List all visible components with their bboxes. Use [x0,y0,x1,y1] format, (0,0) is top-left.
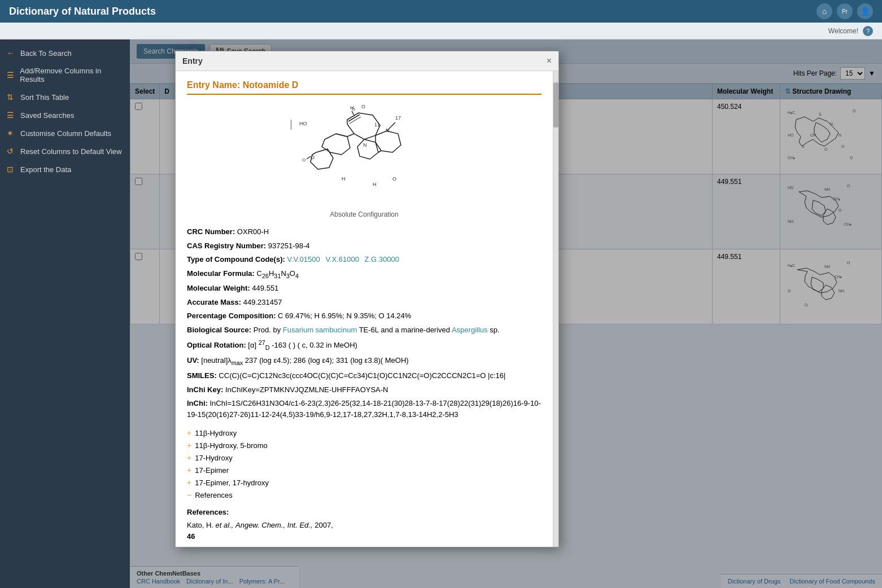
related-label-3: 17-Hydroxy [195,454,232,462]
related-item-5: + 17-Epimer, 17-hydroxy [187,476,542,489]
back-arrow-icon: ← [7,49,16,58]
svg-line-45 [378,151,381,152]
svg-marker-39 [357,139,378,159]
related-label-5: 17-Epimer, 17-hydroxy [195,479,269,487]
svg-marker-38 [375,131,401,152]
modal-scrollbar-thumb[interactable] [553,82,558,128]
svg-line-46 [387,122,395,131]
cas-number-field: CAS Registry Number: 937251-98-4 [187,240,542,252]
sidebar-item-label: Customise Column Defaults [20,129,111,138]
modal-title: Entry [182,56,203,65]
sidebar-item-sort-table[interactable]: ⇅ Sort This Table [0,88,130,106]
sidebar-item-label: Back To Search [20,49,72,58]
modal-close-button[interactable]: × [547,56,552,66]
home-button[interactable]: ⌂ [816,3,832,19]
sidebar-item-customise-columns[interactable]: ✶ Customise Column Defaults [0,124,130,142]
sidebar-item-reset-columns[interactable]: ↺ Reset Columns to Default View [0,142,130,160]
help-icon[interactable]: ? [863,26,873,36]
export-icon: ⊡ [7,165,16,174]
expand-icon-5[interactable]: + [187,478,191,487]
inchi-key-field: InChi Key: InChIKey=ZPTMKNVJQZMLNE-UHFFF… [187,384,542,396]
related-label-4: 17-Epimer [195,466,229,475]
related-item-2: + 11β-Hydroxy, 5-bromo [187,439,542,451]
references-toggle: − References [187,489,542,501]
percentage-composition-field: Percentage Composition: C 69.47%; H 6.95… [187,310,542,322]
inchi-field: InChi: InChI=1S/C26H31N3O4/c1-6-23(2,3)2… [187,398,542,420]
welcome-text: Welcome! [828,27,858,35]
main-layout: ← Back To Search ☰ Add/Remove Columns in… [0,40,882,588]
svg-line-52 [350,117,361,124]
svg-text:H: H [342,176,346,182]
sidebar: ← Back To Search ☰ Add/Remove Columns in… [0,40,130,588]
sidebar-item-back-to-search[interactable]: ← Back To Search [0,44,130,62]
uv-field: UV: [neutral]λmax 237 (log ε4.5); 286 (l… [187,355,542,367]
app-title: Dictionary of Natural Products [9,6,156,17]
welcome-bar: Welcome! ? [0,23,882,40]
mol-weight-field: Molecular Weight: 449.551 [187,283,542,294]
sidebar-item-label: Sort This Table [20,93,69,102]
columns-icon: ☰ [7,71,15,80]
svg-line-49 [307,156,311,159]
saved-searches-icon: ☰ [7,111,16,120]
sidebar-item-add-remove-columns[interactable]: ☰ Add/Remove Columns in Results [0,62,130,88]
expand-icon-4[interactable]: + [187,466,191,475]
related-label-2: 11β-Hydroxy, 5-bromo [195,441,268,450]
svg-text:N: N [363,142,367,148]
modal-backdrop: Entry × Entry Name: Notoamide D HO [130,40,882,588]
aspergillus-link[interactable]: Aspergillus [452,326,488,334]
related-item-3: + 17-Hydroxy [187,451,542,464]
svg-text:O: O [302,157,305,163]
molecule-structure-svg: HO H O 11 N 17 N O H H O [291,103,438,204]
user-button[interactable]: 👤 [857,3,873,19]
compound-codes-field: Type of Compound Code(s): V.V.01500 V.X.… [187,254,542,265]
sidebar-item-export-data[interactable]: ⊡ Export the Data [0,160,130,178]
svg-line-47 [352,111,354,115]
svg-text:O: O [352,107,355,112]
related-items-section: + 11β-Hydroxy + 11β-Hydroxy, 5-bromo + 1… [187,427,542,501]
related-item-1: + 11β-Hydroxy [187,427,542,439]
compound-code-2[interactable]: V.X.61000 [325,255,359,264]
references-section: References: Kato, H. et al., Angew. Chem… [187,508,542,547]
svg-text:17: 17 [395,115,401,121]
entry-title: Entry Name: Notoamide D [187,80,542,95]
top-bar: Dictionary of Natural Products ⌂ Pr 👤 [0,0,882,23]
top-bar-icons: ⌂ Pr 👤 [816,3,873,19]
sidebar-item-label: Export the Data [20,165,71,174]
molecule-image-container: HO H O 11 N 17 N O H H O [187,103,542,206]
expand-icon-3[interactable]: + [187,453,191,462]
accurate-mass-field: Accurate Mass: 449.231457 [187,297,542,308]
expand-icon-1[interactable]: + [187,428,191,437]
mol-formula-field: Molecular Formula: C26H31N3O4 [187,268,542,280]
sidebar-item-label: Reset Columns to Default View [20,147,122,156]
sidebar-item-saved-searches[interactable]: ☰ Saved Searches [0,106,130,124]
abs-config-label: Absolute Configuration [187,210,542,218]
svg-marker-40 [322,134,350,155]
products-button[interactable]: Pr [837,3,853,19]
fusarium-link[interactable]: Fusarium sambucinum [283,326,357,334]
svg-text:H: H [373,182,377,187]
modal-scrollbar[interactable] [553,71,558,547]
compound-code-1[interactable]: V.V.01500 [287,255,320,264]
modal-body: Entry Name: Notoamide D HO H O 11 N 17 [176,71,553,547]
svg-text:HO: HO [299,121,307,126]
reset-icon: ↺ [7,147,16,156]
svg-text:O: O [361,104,365,109]
content-area: Search Chemicals 💾 Save Search Hits Per … [130,40,882,588]
biological-source-field: Biological Source: Prod. by Fusarium sam… [187,324,542,336]
smiles-field: SMILES: CC(C)(C=C)C12Nc3c(ccc4OC(C)(C)C=… [187,370,542,381]
optical-rotation-field: Optical Rotation: [α] 27D -163 ( ) ( c, … [187,338,542,352]
svg-line-43 [336,134,347,137]
crc-number-field: CRC Number: OXR00-H [187,226,542,238]
sort-icon: ⇅ [7,93,16,102]
related-label-1: 11β-Hydroxy [195,429,237,437]
svg-line-44 [347,134,354,137]
svg-text:O: O [392,176,396,182]
sidebar-item-label: Add/Remove Columns in Results [20,67,123,84]
expand-icon-2[interactable]: + [187,441,191,450]
collapse-references-icon[interactable]: − [187,490,191,499]
modal-header: Entry × [176,51,558,71]
related-item-4: + 17-Epimer [187,464,542,476]
reference-1: Kato, H. et al., Angew. Chem., Int. Ed.,… [187,520,542,547]
references-title: References: [187,508,542,516]
compound-code-3[interactable]: Z.G.30000 [365,255,399,264]
